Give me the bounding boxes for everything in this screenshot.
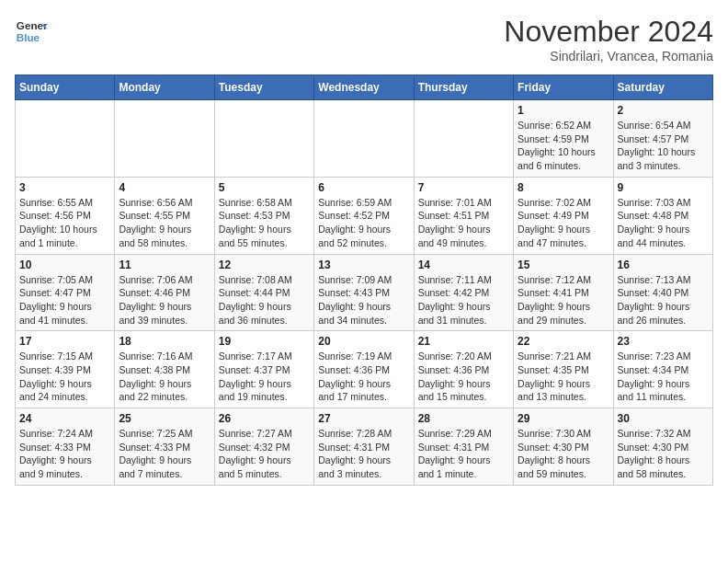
- calendar-cell: 28Sunrise: 7:29 AM Sunset: 4:31 PM Dayli…: [414, 408, 513, 486]
- calendar-cell: 16Sunrise: 7:13 AM Sunset: 4:40 PM Dayli…: [613, 254, 712, 331]
- day-number: 15: [518, 259, 609, 271]
- calendar-cell: 2Sunrise: 6:54 AM Sunset: 4:57 PM Daylig…: [613, 100, 712, 178]
- day-info: Sunrise: 7:17 AM Sunset: 4:37 PM Dayligh…: [219, 350, 310, 404]
- calendar-week-row: 1Sunrise: 6:52 AM Sunset: 4:59 PM Daylig…: [16, 100, 713, 178]
- weekday-header: Sunday: [16, 75, 115, 100]
- day-info: Sunrise: 7:19 AM Sunset: 4:36 PM Dayligh…: [318, 350, 409, 404]
- day-number: 17: [19, 335, 110, 348]
- day-info: Sunrise: 7:25 AM Sunset: 4:33 PM Dayligh…: [119, 427, 210, 481]
- day-number: 21: [418, 335, 509, 348]
- day-number: 4: [119, 181, 210, 194]
- calendar-week-row: 17Sunrise: 7:15 AM Sunset: 4:39 PM Dayli…: [16, 331, 713, 408]
- day-info: Sunrise: 7:28 AM Sunset: 4:31 PM Dayligh…: [318, 427, 409, 481]
- calendar-cell: 17Sunrise: 7:15 AM Sunset: 4:39 PM Dayli…: [16, 331, 115, 408]
- calendar-cell: [414, 100, 513, 178]
- weekday-header: Wednesday: [314, 75, 414, 100]
- weekday-header: Monday: [115, 75, 214, 100]
- day-info: Sunrise: 7:30 AM Sunset: 4:30 PM Dayligh…: [518, 427, 609, 481]
- day-number: 5: [219, 181, 310, 194]
- calendar-cell: 21Sunrise: 7:20 AM Sunset: 4:36 PM Dayli…: [414, 331, 513, 408]
- calendar-week-row: 3Sunrise: 6:55 AM Sunset: 4:56 PM Daylig…: [16, 177, 713, 254]
- page-header: General Blue November 2024 Sindrilari, V…: [15, 15, 713, 63]
- day-info: Sunrise: 7:05 AM Sunset: 4:47 PM Dayligh…: [19, 273, 110, 327]
- day-number: 6: [318, 181, 409, 194]
- day-number: 10: [19, 259, 110, 271]
- calendar-cell: 5Sunrise: 6:58 AM Sunset: 4:53 PM Daylig…: [214, 177, 313, 254]
- day-info: Sunrise: 6:52 AM Sunset: 4:59 PM Dayligh…: [518, 119, 609, 173]
- logo-icon: General Blue: [15, 15, 48, 48]
- calendar-cell: 12Sunrise: 7:08 AM Sunset: 4:44 PM Dayli…: [214, 254, 313, 331]
- day-number: 28: [418, 412, 509, 425]
- day-number: 13: [318, 259, 409, 271]
- calendar-cell: 25Sunrise: 7:25 AM Sunset: 4:33 PM Dayli…: [115, 408, 214, 486]
- calendar-cell: 23Sunrise: 7:23 AM Sunset: 4:34 PM Dayli…: [613, 331, 712, 408]
- calendar-cell: 4Sunrise: 6:56 AM Sunset: 4:55 PM Daylig…: [115, 177, 214, 254]
- weekday-header: Thursday: [414, 75, 513, 100]
- day-info: Sunrise: 7:03 AM Sunset: 4:48 PM Dayligh…: [618, 196, 709, 250]
- calendar-cell: 18Sunrise: 7:16 AM Sunset: 4:38 PM Dayli…: [115, 331, 214, 408]
- day-info: Sunrise: 7:09 AM Sunset: 4:43 PM Dayligh…: [318, 273, 409, 327]
- day-number: 27: [318, 412, 409, 425]
- calendar-cell: 7Sunrise: 7:01 AM Sunset: 4:51 PM Daylig…: [414, 177, 513, 254]
- day-number: 25: [119, 412, 210, 425]
- day-number: 1: [518, 104, 609, 117]
- calendar-cell: 22Sunrise: 7:21 AM Sunset: 4:35 PM Dayli…: [514, 331, 613, 408]
- calendar-cell: 29Sunrise: 7:30 AM Sunset: 4:30 PM Dayli…: [514, 408, 613, 486]
- day-number: 16: [618, 259, 709, 271]
- day-info: Sunrise: 7:27 AM Sunset: 4:32 PM Dayligh…: [219, 427, 310, 481]
- day-number: 20: [318, 335, 409, 348]
- weekday-header: Saturday: [613, 75, 712, 100]
- day-number: 8: [518, 181, 609, 194]
- day-number: 24: [19, 412, 110, 425]
- day-number: 12: [219, 259, 310, 271]
- svg-text:Blue: Blue: [17, 31, 40, 43]
- day-info: Sunrise: 7:16 AM Sunset: 4:38 PM Dayligh…: [119, 350, 210, 404]
- calendar-cell: 19Sunrise: 7:17 AM Sunset: 4:37 PM Dayli…: [214, 331, 313, 408]
- day-info: Sunrise: 7:01 AM Sunset: 4:51 PM Dayligh…: [418, 196, 509, 250]
- day-number: 26: [219, 412, 310, 425]
- day-info: Sunrise: 6:56 AM Sunset: 4:55 PM Dayligh…: [119, 196, 210, 250]
- weekday-header: Tuesday: [214, 75, 313, 100]
- calendar-cell: 1Sunrise: 6:52 AM Sunset: 4:59 PM Daylig…: [514, 100, 613, 178]
- day-info: Sunrise: 7:20 AM Sunset: 4:36 PM Dayligh…: [418, 350, 509, 404]
- day-number: 30: [618, 412, 709, 425]
- day-info: Sunrise: 6:54 AM Sunset: 4:57 PM Dayligh…: [618, 119, 709, 173]
- calendar-cell: 11Sunrise: 7:06 AM Sunset: 4:46 PM Dayli…: [115, 254, 214, 331]
- calendar-cell: 24Sunrise: 7:24 AM Sunset: 4:33 PM Dayli…: [16, 408, 115, 486]
- calendar-cell: 26Sunrise: 7:27 AM Sunset: 4:32 PM Dayli…: [214, 408, 313, 486]
- calendar-cell: 9Sunrise: 7:03 AM Sunset: 4:48 PM Daylig…: [613, 177, 712, 254]
- day-info: Sunrise: 7:23 AM Sunset: 4:34 PM Dayligh…: [618, 350, 709, 404]
- calendar-cell: [214, 100, 313, 178]
- calendar-cell: [314, 100, 414, 178]
- calendar-cell: 27Sunrise: 7:28 AM Sunset: 4:31 PM Dayli…: [314, 408, 414, 486]
- month-title: November 2024: [504, 15, 713, 49]
- calendar-table: SundayMondayTuesdayWednesdayThursdayFrid…: [15, 75, 713, 486]
- calendar-cell: 6Sunrise: 6:59 AM Sunset: 4:52 PM Daylig…: [314, 177, 414, 254]
- day-number: 22: [518, 335, 609, 348]
- weekday-header-row: SundayMondayTuesdayWednesdayThursdayFrid…: [16, 75, 713, 100]
- day-info: Sunrise: 7:08 AM Sunset: 4:44 PM Dayligh…: [219, 273, 310, 327]
- day-info: Sunrise: 6:55 AM Sunset: 4:56 PM Dayligh…: [19, 196, 110, 250]
- day-number: 18: [119, 335, 210, 348]
- calendar-cell: 14Sunrise: 7:11 AM Sunset: 4:42 PM Dayli…: [414, 254, 513, 331]
- day-info: Sunrise: 7:24 AM Sunset: 4:33 PM Dayligh…: [19, 427, 110, 481]
- day-number: 7: [418, 181, 509, 194]
- day-info: Sunrise: 7:21 AM Sunset: 4:35 PM Dayligh…: [518, 350, 609, 404]
- day-info: Sunrise: 7:11 AM Sunset: 4:42 PM Dayligh…: [418, 273, 509, 327]
- calendar-cell: [16, 100, 115, 178]
- day-info: Sunrise: 7:29 AM Sunset: 4:31 PM Dayligh…: [418, 427, 509, 481]
- location-subtitle: Sindrilari, Vrancea, Romania: [504, 49, 713, 63]
- calendar-cell: 10Sunrise: 7:05 AM Sunset: 4:47 PM Dayli…: [16, 254, 115, 331]
- day-info: Sunrise: 7:15 AM Sunset: 4:39 PM Dayligh…: [19, 350, 110, 404]
- day-number: 2: [618, 104, 709, 117]
- calendar-cell: 13Sunrise: 7:09 AM Sunset: 4:43 PM Dayli…: [314, 254, 414, 331]
- day-number: 29: [518, 412, 609, 425]
- weekday-header: Friday: [514, 75, 613, 100]
- calendar-cell: 15Sunrise: 7:12 AM Sunset: 4:41 PM Dayli…: [514, 254, 613, 331]
- calendar-cell: 20Sunrise: 7:19 AM Sunset: 4:36 PM Dayli…: [314, 331, 414, 408]
- day-number: 14: [418, 259, 509, 271]
- day-number: 19: [219, 335, 310, 348]
- day-info: Sunrise: 7:02 AM Sunset: 4:49 PM Dayligh…: [518, 196, 609, 250]
- calendar-cell: [115, 100, 214, 178]
- calendar-cell: 30Sunrise: 7:32 AM Sunset: 4:30 PM Dayli…: [613, 408, 712, 486]
